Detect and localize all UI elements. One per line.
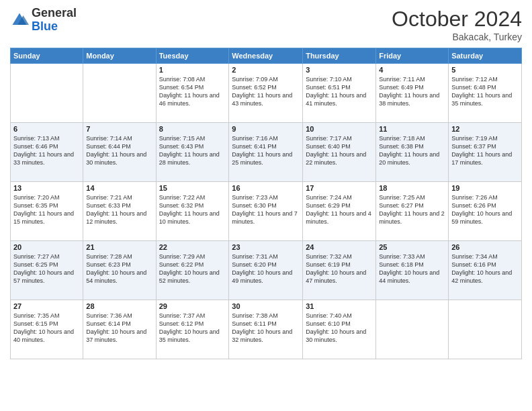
day-info: Sunrise: 7:27 AMSunset: 6:25 PMDaylight:… [13, 253, 80, 285]
day-info: Sunrise: 7:26 AMSunset: 6:26 PMDaylight:… [451, 193, 519, 226]
table-row: 14 Sunrise: 7:21 AMSunset: 6:33 PMDaylig… [83, 182, 156, 241]
day-number: 1 [159, 66, 226, 74]
table-row: 19 Sunrise: 7:26 AMSunset: 6:26 PMDaylig… [449, 182, 522, 241]
table-row: 11 Sunrise: 7:18 AMSunset: 6:38 PMDaylig… [376, 123, 449, 182]
table-row: 30 Sunrise: 7:38 AMSunset: 6:11 PMDaylig… [229, 300, 303, 359]
table-row: 13 Sunrise: 7:20 AMSunset: 6:35 PMDaylig… [11, 182, 83, 241]
logo: General Blue [10, 7, 77, 34]
day-number: 27 [13, 302, 80, 310]
day-number: 24 [306, 243, 373, 251]
day-number: 13 [13, 184, 80, 192]
day-info: Sunrise: 7:10 AMSunset: 6:51 PMDaylight:… [306, 75, 373, 108]
day-info: Sunrise: 7:24 AMSunset: 6:29 PMDaylight:… [306, 193, 373, 226]
day-number: 16 [232, 184, 300, 192]
day-number: 12 [451, 125, 519, 133]
table-row: 27 Sunrise: 7:35 AMSunset: 6:15 PMDaylig… [11, 300, 83, 359]
table-row: 29 Sunrise: 7:37 AMSunset: 6:12 PMDaylig… [156, 300, 229, 359]
day-info: Sunrise: 7:31 AMSunset: 6:20 PMDaylight:… [232, 253, 300, 285]
day-number: 7 [86, 125, 152, 133]
day-number: 8 [159, 125, 226, 133]
day-info: Sunrise: 7:16 AMSunset: 6:41 PMDaylight:… [232, 134, 300, 167]
logo-general: General [32, 6, 77, 19]
day-number: 6 [13, 125, 80, 133]
day-number: 3 [306, 66, 373, 74]
day-info: Sunrise: 7:35 AMSunset: 6:15 PMDaylight:… [13, 312, 80, 345]
day-info: Sunrise: 7:32 AMSunset: 6:19 PMDaylight:… [306, 253, 373, 285]
table-row: 28 Sunrise: 7:36 AMSunset: 6:14 PMDaylig… [83, 300, 156, 359]
calendar-week-row: 6 Sunrise: 7:13 AMSunset: 6:46 PMDayligh… [11, 123, 522, 182]
table-row: 16 Sunrise: 7:23 AMSunset: 6:30 PMDaylig… [229, 182, 303, 241]
location: Bakacak, Turkey [392, 32, 522, 42]
table-row: 3 Sunrise: 7:10 AMSunset: 6:51 PMDayligh… [303, 64, 376, 123]
day-number: 23 [232, 243, 300, 251]
header-saturday: Saturday [449, 48, 522, 64]
day-number: 17 [306, 184, 373, 192]
table-row: 31 Sunrise: 7:40 AMSunset: 6:10 PMDaylig… [303, 300, 376, 359]
table-row: 1 Sunrise: 7:08 AMSunset: 6:54 PMDayligh… [156, 64, 229, 123]
day-info: Sunrise: 7:33 AMSunset: 6:18 PMDaylight:… [379, 253, 445, 285]
day-info: Sunrise: 7:38 AMSunset: 6:11 PMDaylight:… [232, 312, 300, 345]
day-info: Sunrise: 7:36 AMSunset: 6:14 PMDaylight:… [86, 312, 152, 345]
day-info: Sunrise: 7:17 AMSunset: 6:40 PMDaylight:… [306, 134, 373, 167]
logo-icon [10, 11, 29, 30]
month-title: October 2024 [392, 7, 522, 32]
table-row: 24 Sunrise: 7:32 AMSunset: 6:19 PMDaylig… [303, 241, 376, 300]
day-info: Sunrise: 7:29 AMSunset: 6:22 PMDaylight:… [159, 253, 226, 285]
day-number: 5 [451, 66, 519, 74]
calendar: Sunday Monday Tuesday Wednesday Thursday… [10, 48, 522, 359]
table-row: 15 Sunrise: 7:22 AMSunset: 6:32 PMDaylig… [156, 182, 229, 241]
table-row: 26 Sunrise: 7:34 AMSunset: 6:16 PMDaylig… [449, 241, 522, 300]
calendar-week-row: 27 Sunrise: 7:35 AMSunset: 6:15 PMDaylig… [11, 300, 522, 359]
day-number: 9 [232, 125, 300, 133]
day-info: Sunrise: 7:08 AMSunset: 6:54 PMDaylight:… [159, 75, 226, 108]
table-row: 8 Sunrise: 7:15 AMSunset: 6:43 PMDayligh… [156, 123, 229, 182]
day-info: Sunrise: 7:28 AMSunset: 6:23 PMDaylight:… [86, 253, 152, 285]
table-row: 4 Sunrise: 7:11 AMSunset: 6:49 PMDayligh… [376, 64, 449, 123]
day-number: 25 [379, 243, 445, 251]
day-info: Sunrise: 7:15 AMSunset: 6:43 PMDaylight:… [159, 134, 226, 167]
day-number: 31 [306, 302, 373, 310]
day-number: 19 [451, 184, 519, 192]
header-sunday: Sunday [11, 48, 83, 64]
weekday-header-row: Sunday Monday Tuesday Wednesday Thursday… [11, 48, 522, 64]
calendar-week-row: 13 Sunrise: 7:20 AMSunset: 6:35 PMDaylig… [11, 182, 522, 241]
logo-text: General Blue [32, 7, 77, 34]
day-number: 2 [232, 66, 300, 74]
day-info: Sunrise: 7:22 AMSunset: 6:32 PMDaylight:… [159, 193, 226, 226]
table-row [376, 300, 449, 359]
day-info: Sunrise: 7:19 AMSunset: 6:37 PMDaylight:… [451, 134, 519, 167]
table-row: 23 Sunrise: 7:31 AMSunset: 6:20 PMDaylig… [229, 241, 303, 300]
day-info: Sunrise: 7:11 AMSunset: 6:49 PMDaylight:… [379, 75, 445, 108]
table-row [11, 64, 83, 123]
table-row: 2 Sunrise: 7:09 AMSunset: 6:52 PMDayligh… [229, 64, 303, 123]
day-info: Sunrise: 7:34 AMSunset: 6:16 PMDaylight:… [451, 253, 519, 285]
table-row: 22 Sunrise: 7:29 AMSunset: 6:22 PMDaylig… [156, 241, 229, 300]
title-block: October 2024 Bakacak, Turkey [392, 7, 522, 42]
day-number: 18 [379, 184, 445, 192]
table-row: 5 Sunrise: 7:12 AMSunset: 6:48 PMDayligh… [449, 64, 522, 123]
day-info: Sunrise: 7:12 AMSunset: 6:48 PMDaylight:… [451, 75, 519, 108]
day-number: 14 [86, 184, 152, 192]
day-number: 4 [379, 66, 445, 74]
table-row: 18 Sunrise: 7:25 AMSunset: 6:27 PMDaylig… [376, 182, 449, 241]
table-row: 9 Sunrise: 7:16 AMSunset: 6:41 PMDayligh… [229, 123, 303, 182]
day-number: 28 [86, 302, 152, 310]
table-row: 20 Sunrise: 7:27 AMSunset: 6:25 PMDaylig… [11, 241, 83, 300]
calendar-week-row: 20 Sunrise: 7:27 AMSunset: 6:25 PMDaylig… [11, 241, 522, 300]
header-tuesday: Tuesday [156, 48, 229, 64]
header-friday: Friday [376, 48, 449, 64]
day-info: Sunrise: 7:20 AMSunset: 6:35 PMDaylight:… [13, 193, 80, 226]
table-row: 10 Sunrise: 7:17 AMSunset: 6:40 PMDaylig… [303, 123, 376, 182]
day-info: Sunrise: 7:18 AMSunset: 6:38 PMDaylight:… [379, 134, 445, 167]
table-row [449, 300, 522, 359]
day-number: 26 [451, 243, 519, 251]
day-number: 10 [306, 125, 373, 133]
table-row: 25 Sunrise: 7:33 AMSunset: 6:18 PMDaylig… [376, 241, 449, 300]
logo-blue: Blue [32, 19, 58, 33]
table-row [83, 64, 156, 123]
day-info: Sunrise: 7:23 AMSunset: 6:30 PMDaylight:… [232, 193, 300, 226]
day-number: 11 [379, 125, 445, 133]
day-info: Sunrise: 7:13 AMSunset: 6:46 PMDaylight:… [13, 134, 80, 167]
header-monday: Monday [83, 48, 156, 64]
day-info: Sunrise: 7:40 AMSunset: 6:10 PMDaylight:… [306, 312, 373, 345]
